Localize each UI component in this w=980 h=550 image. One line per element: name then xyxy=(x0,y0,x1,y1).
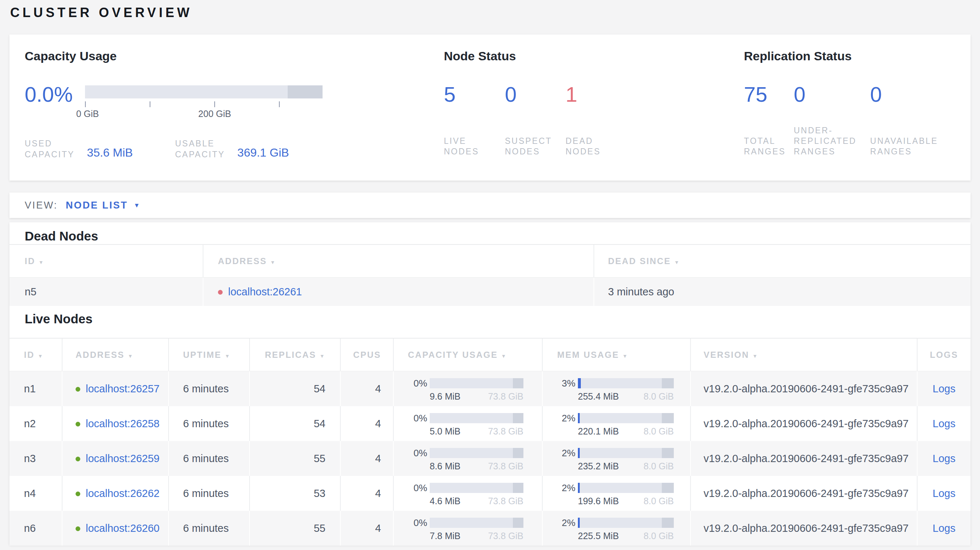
column-header-id[interactable]: ID▼ xyxy=(10,339,62,371)
cpus-cell: 4 xyxy=(341,511,394,546)
replicas-cell: 54 xyxy=(250,406,341,441)
sort-arrow-icon: ▼ xyxy=(225,353,231,359)
sort-arrow-icon: ▼ xyxy=(128,353,134,359)
mem-percent-label: 2% xyxy=(542,483,578,506)
live-node-row: n3 localhost:26259 6 minutes 55 4 0% xyxy=(10,441,970,476)
capacity-used-value: 5.0 MiB xyxy=(430,426,461,437)
unavailable-ranges-stat: 0 UNAVAILABLE RANGES xyxy=(870,83,962,157)
node-address-cell: localhost:26257 xyxy=(62,371,169,406)
chevron-down-icon[interactable]: ▼ xyxy=(134,202,141,209)
sort-arrow-icon: ▼ xyxy=(501,353,507,359)
sort-arrow-icon: ▼ xyxy=(752,353,759,359)
mem-bar-dark-segment xyxy=(662,378,674,388)
column-header-dead-since[interactable]: DEAD SINCE▼ xyxy=(594,245,970,277)
mem-used-value: 255.4 MiB xyxy=(578,391,619,402)
node-address-link[interactable]: localhost:26259 xyxy=(86,453,159,464)
capacity-bar-dark-segment xyxy=(513,483,523,493)
logs-link[interactable]: Logs xyxy=(933,522,956,534)
axis-tick xyxy=(279,101,280,107)
mem-bar-track xyxy=(578,378,674,388)
live-nodes-stat: 5 LIVE NODES xyxy=(444,83,505,157)
logs-link[interactable]: Logs xyxy=(933,453,956,464)
mem-bar-used-segment xyxy=(578,448,580,458)
uptime-cell: 6 minutes xyxy=(169,476,250,511)
capacity-usage-cell: 0% 7.8 MiB 73.8 GiB xyxy=(394,511,542,546)
node-address-cell: localhost:26259 xyxy=(62,441,169,476)
view-label: VIEW: xyxy=(25,200,58,211)
node-address-link[interactable]: localhost:26262 xyxy=(86,488,159,499)
sort-arrow-icon: ▼ xyxy=(674,259,680,265)
used-capacity-stat: USED CAPACITY 35.6 MiB xyxy=(25,138,175,160)
capacity-usage-cell: 0% 5.0 MiB 73.8 GiB xyxy=(394,406,542,441)
mem-total-value: 8.0 GiB xyxy=(644,461,674,472)
replicas-cell: 55 xyxy=(250,511,341,546)
column-header-cpus[interactable]: CPUS xyxy=(341,339,394,371)
mem-bar-track xyxy=(578,448,674,458)
uptime-cell: 6 minutes xyxy=(169,511,250,546)
axis-tick xyxy=(85,101,86,107)
column-header-uptime[interactable]: UPTIME▼ xyxy=(169,339,250,371)
dead-nodes-count: 1 xyxy=(566,83,675,106)
sort-arrow-icon: ▼ xyxy=(270,259,276,265)
capacity-percent-label: 0% xyxy=(394,378,430,402)
suspect-nodes-label: SUSPECT NODES xyxy=(505,136,566,157)
unavailable-ranges-label: UNAVAILABLE RANGES xyxy=(870,136,962,157)
mem-usage-cell: 2% 235.2 MiB 8.0 GiB xyxy=(542,441,691,476)
capacity-bar-track xyxy=(430,378,523,388)
node-address-cell: localhost:26260 xyxy=(62,511,169,546)
dead-since-cell: 3 minutes ago xyxy=(594,278,970,306)
column-header-id[interactable]: ID▼ xyxy=(10,245,204,277)
node-address-link[interactable]: localhost:26258 xyxy=(86,418,159,429)
logs-link[interactable]: Logs xyxy=(933,418,956,429)
mem-bar-dark-segment xyxy=(662,448,674,458)
live-status-dot-icon xyxy=(76,387,80,392)
column-header-capacity-usage[interactable]: CAPACITY USAGE▼ xyxy=(394,339,542,371)
mem-usage-cell: 2% 220.1 MiB 8.0 GiB xyxy=(542,406,691,441)
capacity-usage-section: Capacity Usage 0.0% 0 GiB 200 GiB xyxy=(25,49,417,160)
capacity-total-value: 73.8 GiB xyxy=(488,461,523,472)
dead-nodes-header-row: ID▼ ADDRESS▼ DEAD SINCE▼ xyxy=(10,245,970,278)
capacity-used-value: 8.6 MiB xyxy=(430,461,461,472)
mem-percent-label: 2% xyxy=(542,448,578,472)
uptime-cell: 6 minutes xyxy=(169,371,250,406)
version-cell: v19.2.0-alpha.20190606-2491-gfe735c9a97 xyxy=(691,511,918,546)
node-id-cell: n3 xyxy=(10,441,62,476)
column-header-mem-usage[interactable]: MEM USAGE▼ xyxy=(542,339,691,371)
node-address-link[interactable]: localhost:26260 xyxy=(86,522,159,534)
version-cell: v19.2.0-alpha.20190606-2491-gfe735c9a97 xyxy=(691,406,918,441)
usable-capacity-label: USABLE CAPACITY xyxy=(175,138,225,160)
total-ranges-stat: 75 TOTAL RANGES xyxy=(744,83,794,157)
node-address-link[interactable]: localhost:26257 xyxy=(86,383,159,394)
capacity-bar-track xyxy=(430,413,523,423)
capacity-usage-cell: 0% 9.6 MiB 73.8 GiB xyxy=(394,371,542,406)
mem-used-value: 199.6 MiB xyxy=(578,496,619,506)
capacity-used-value: 9.6 MiB xyxy=(430,391,461,402)
logs-link[interactable]: Logs xyxy=(933,488,956,499)
capacity-bar-track xyxy=(430,518,523,528)
capacity-total-value: 73.8 GiB xyxy=(488,391,523,402)
live-node-row: n4 localhost:26262 6 minutes 53 4 0% xyxy=(10,476,970,511)
sort-arrow-icon: ▼ xyxy=(38,353,44,359)
node-address-link[interactable]: localhost:26261 xyxy=(228,286,302,297)
under-replicated-ranges-label: UNDER- REPLICATED RANGES xyxy=(794,126,870,157)
view-dropdown[interactable]: NODE LIST xyxy=(66,200,128,211)
total-ranges-label: TOTAL RANGES xyxy=(744,136,794,157)
live-node-row: n2 localhost:26258 6 minutes 54 4 0% xyxy=(10,406,970,441)
mem-total-value: 8.0 GiB xyxy=(644,496,674,506)
column-header-replicas[interactable]: REPLICAS▼ xyxy=(250,339,341,371)
logs-link[interactable]: Logs xyxy=(933,383,956,394)
dead-node-row: n5 localhost:26261 3 minutes ago xyxy=(10,278,970,306)
nodes-card: Dead Nodes ID▼ ADDRESS▼ DEAD SINCE▼ n5 l… xyxy=(10,223,970,545)
version-cell: v19.2.0-alpha.20190606-2491-gfe735c9a97 xyxy=(691,371,918,406)
version-cell: v19.2.0-alpha.20190606-2491-gfe735c9a97 xyxy=(691,476,918,511)
capacity-usage-cell: 0% 8.6 MiB 73.8 GiB xyxy=(394,441,542,476)
node-status-section: Node Status 5 LIVE NODES 0 SUSPECT NODES xyxy=(444,49,720,157)
mem-used-value: 235.2 MiB xyxy=(578,461,619,472)
cpus-cell: 4 xyxy=(341,371,394,406)
column-header-version[interactable]: VERSION▼ xyxy=(691,339,918,371)
live-nodes-table: ID▼ ADDRESS▼ UPTIME▼ REPLICAS▼ CPUS CAPA… xyxy=(10,338,970,546)
mem-used-value: 220.1 MiB xyxy=(578,426,619,437)
column-header-address[interactable]: ADDRESS▼ xyxy=(204,245,594,277)
column-header-address[interactable]: ADDRESS▼ xyxy=(62,339,169,371)
capacity-bar-track xyxy=(85,85,323,99)
